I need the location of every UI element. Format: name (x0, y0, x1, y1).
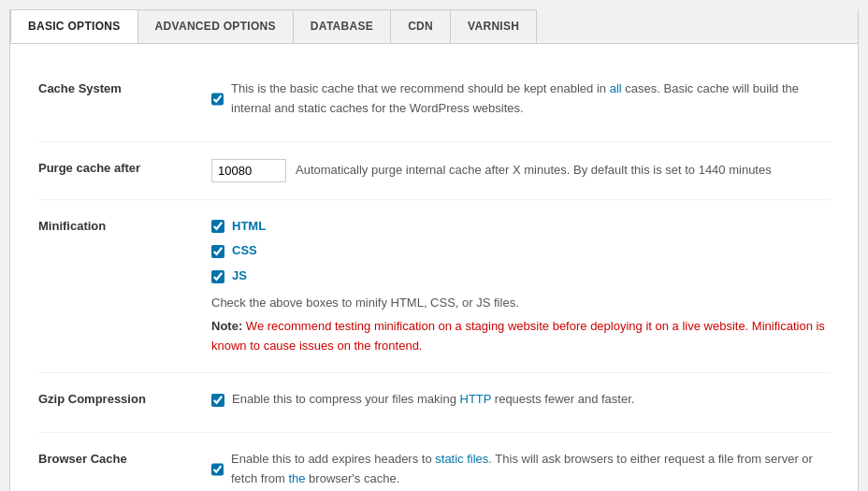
tabs-bar: BASIC OPTIONS ADVANCED OPTIONS DATABASE … (10, 9, 858, 44)
purge-cache-label: Purge cache after (38, 159, 211, 175)
tab-database[interactable]: DATABASE (293, 9, 391, 43)
tab-advanced-options[interactable]: ADVANCED OPTIONS (137, 9, 294, 43)
cache-system-content: This is the basic cache that we recommen… (211, 79, 830, 124)
minification-row: Minification HTML CSS JS (38, 200, 830, 374)
minification-html-label: HTML (232, 217, 266, 237)
tab-basic-options[interactable]: BASIC OPTIONS (10, 9, 138, 43)
browser-cache-label: Browser Cache (38, 450, 211, 466)
cache-system-checkbox-row: This is the basic cache that we recommen… (211, 79, 830, 119)
cache-system-blue-all: all (610, 81, 622, 95)
minification-checks: HTML CSS JS (211, 217, 830, 286)
gzip-checkbox[interactable] (211, 394, 224, 407)
browser-cache-checkbox-row: Enable this to add expires headers to st… (211, 450, 830, 489)
minification-css-checkbox[interactable] (211, 245, 224, 258)
browser-cache-static-files: static files (435, 452, 488, 466)
minification-label: Minification (38, 217, 211, 233)
browser-cache-the: the (288, 471, 305, 485)
purge-cache-input-row: Automatically purge internal cache after… (211, 159, 830, 182)
minification-note-text: We recommend testing minification on a s… (211, 319, 825, 353)
tab-cdn[interactable]: CDN (390, 9, 451, 43)
minification-js-row: JS (211, 267, 830, 286)
minification-description: Check the above boxes to minify HTML, CS… (211, 294, 830, 313)
cache-system-checkbox[interactable] (211, 93, 224, 106)
browser-cache-description: Enable this to add expires headers to st… (231, 450, 830, 489)
gzip-row: Gzip Compression Enable this to compress… (38, 373, 830, 433)
minification-html-checkbox[interactable] (211, 220, 224, 233)
gzip-label: Gzip Compression (38, 390, 211, 406)
note-label: Note: (211, 319, 246, 333)
browser-cache-row: Browser Cache Enable this to add expires… (38, 433, 830, 491)
purge-cache-input[interactable] (211, 159, 286, 182)
settings-panel: BASIC OPTIONS ADVANCED OPTIONS DATABASE … (9, 9, 859, 491)
minification-css-row: CSS (211, 241, 830, 261)
cache-system-row: Cache System This is the basic cache tha… (38, 63, 830, 142)
gzip-checkbox-row: Enable this to compress your files makin… (211, 390, 830, 410)
tab-varnish[interactable]: VARNISH (450, 9, 537, 43)
purge-cache-content: Automatically purge internal cache after… (211, 159, 830, 182)
tab-content: Cache System This is the basic cache tha… (10, 44, 858, 491)
cache-system-label: Cache System (38, 79, 211, 95)
gzip-content: Enable this to compress your files makin… (211, 390, 830, 415)
purge-cache-row: Purge cache after Automatically purge in… (38, 142, 830, 200)
browser-cache-checkbox[interactable] (211, 463, 224, 476)
minification-content: HTML CSS JS Check the above boxes to min… (211, 217, 830, 356)
cache-system-description: This is the basic cache that we recommen… (231, 79, 830, 119)
purge-cache-description: Automatically purge internal cache after… (296, 161, 772, 181)
minification-html-row: HTML (211, 217, 830, 237)
gzip-http-label: HTTP (460, 392, 492, 406)
gzip-description: Enable this to compress your files makin… (232, 390, 634, 410)
minification-note: Note: We recommend testing minification … (211, 317, 830, 356)
minification-js-checkbox[interactable] (211, 270, 224, 283)
browser-cache-content: Enable this to add expires headers to st… (211, 450, 830, 491)
minification-js-label: JS (232, 267, 247, 286)
minification-css-label: CSS (232, 241, 257, 261)
